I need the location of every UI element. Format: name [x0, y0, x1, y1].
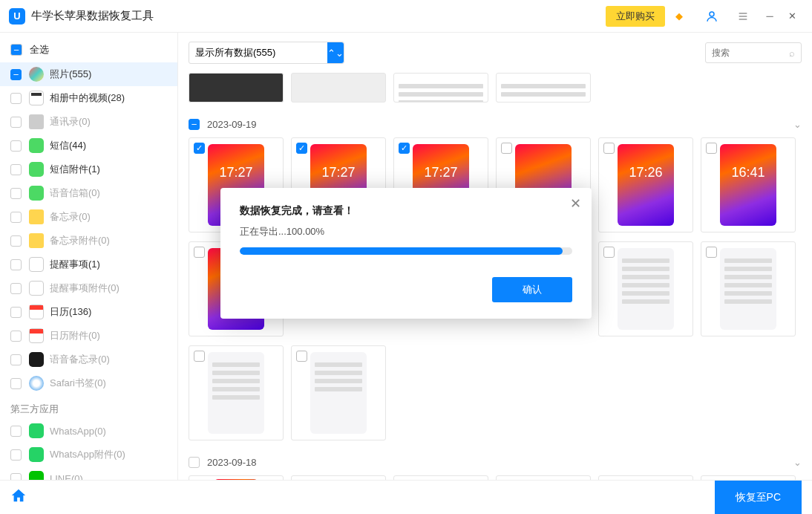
date-checkbox[interactable]: −	[189, 119, 200, 130]
sidebar-item[interactable]: 日历附件(0)	[0, 324, 177, 348]
item-label: WhatsApp(0)	[50, 426, 106, 437]
item-checkbox[interactable]	[10, 426, 22, 437]
chevron-down-icon[interactable]: ⌄	[793, 457, 802, 468]
home-button[interactable]	[10, 487, 27, 507]
sidebar-item[interactable]: 通讯录(0)	[0, 110, 177, 134]
sidebar-item[interactable]: −照片(555)	[0, 62, 177, 86]
minimize-button[interactable]: ─	[759, 5, 781, 27]
item-label: 日历附件(0)	[50, 329, 100, 342]
thumb-checkbox[interactable]: ✓	[399, 143, 410, 154]
thumbnail[interactable]	[291, 345, 386, 440]
date-group-header[interactable]: 2023-09-18 ⌄	[189, 449, 802, 475]
search-box[interactable]: ⌕	[705, 42, 802, 63]
item-checkbox[interactable]	[10, 473, 22, 481]
item-checkbox[interactable]	[10, 354, 22, 365]
category-icon	[29, 447, 44, 462]
item-checkbox[interactable]: −	[10, 69, 22, 80]
sidebar-item[interactable]: 备忘录(0)	[0, 205, 177, 229]
item-checkbox[interactable]	[10, 378, 22, 389]
item-checkbox[interactable]	[10, 331, 22, 342]
sidebar-item[interactable]: 短信附件(1)	[0, 157, 177, 181]
item-checkbox[interactable]	[10, 259, 22, 270]
dropdown-arrow-icon: ⌃⌄	[327, 42, 344, 63]
svg-point-0	[710, 12, 714, 16]
select-all[interactable]: − 全选	[0, 37, 177, 62]
thumbnail[interactable]	[496, 475, 591, 480]
item-checkbox[interactable]	[10, 307, 22, 318]
thumbnail[interactable]	[189, 73, 284, 103]
close-button[interactable]: ✕	[781, 5, 803, 27]
thumbnail[interactable]	[701, 475, 796, 480]
modal-close-button[interactable]: ✕	[570, 195, 581, 212]
category-icon	[29, 281, 44, 296]
sidebar-item[interactable]: 语音信箱(0)	[0, 181, 177, 205]
thumbnail[interactable]	[291, 73, 386, 103]
thumbnail[interactable]	[496, 73, 591, 103]
thumb-checkbox[interactable]	[296, 351, 307, 362]
sidebar-item[interactable]: 日历(136)	[0, 300, 177, 324]
item-checkbox[interactable]	[10, 140, 22, 152]
menu-icon[interactable]	[733, 7, 753, 26]
footer: 恢复至PC	[0, 480, 812, 514]
diamond-icon[interactable]: ◆	[669, 7, 689, 26]
category-icon	[29, 471, 44, 480]
thumb-checkbox[interactable]: ✓	[194, 143, 205, 154]
item-checkbox[interactable]	[10, 188, 22, 199]
sidebar-item[interactable]: 提醒事项(1)	[0, 253, 177, 276]
category-icon	[29, 162, 44, 177]
thumbnail[interactable]	[393, 73, 488, 103]
search-icon: ⌕	[789, 48, 795, 59]
sidebar-item[interactable]: 语音备忘录(0)	[0, 348, 177, 371]
chevron-down-icon[interactable]: ⌄	[793, 119, 802, 130]
thumbnail[interactable]: 16:41	[701, 137, 796, 232]
item-checkbox[interactable]	[10, 212, 22, 223]
thumbnail[interactable]	[291, 475, 386, 480]
category-icon	[29, 67, 44, 82]
sidebar-item[interactable]: 相册中的视频(28)	[0, 86, 177, 110]
thumbnail[interactable]	[189, 345, 284, 440]
thumbnail[interactable]	[393, 475, 488, 480]
item-checkbox[interactable]	[10, 164, 22, 175]
thumbnail[interactable]	[598, 475, 693, 480]
completion-modal: ✕ 数据恢复完成，请查看！ 正在导出...100.00% 确认	[220, 188, 592, 319]
thumbnail[interactable]: 17:26	[598, 137, 693, 232]
item-checkbox[interactable]	[10, 235, 22, 247]
sidebar-item[interactable]: WhatsApp(0)	[0, 419, 177, 443]
thumbnail[interactable]	[701, 241, 796, 336]
thumb-checkbox[interactable]	[603, 143, 615, 154]
select-all-checkbox[interactable]: −	[10, 44, 22, 56]
thumb-checkbox[interactable]	[194, 247, 205, 258]
sidebar-item[interactable]: 短信(44)	[0, 134, 177, 157]
item-checkbox[interactable]	[10, 449, 22, 461]
item-label: 短信(44)	[50, 139, 86, 152]
thumb-checkbox[interactable]	[194, 351, 205, 362]
filter-dropdown[interactable]: 显示所有数据(555) ⌃⌄	[189, 42, 344, 64]
thumbnail[interactable]	[189, 475, 284, 480]
thumb-checkbox[interactable]	[706, 143, 717, 154]
search-input[interactable]	[712, 48, 789, 58]
thumbnail[interactable]	[598, 241, 693, 336]
item-checkbox[interactable]	[10, 117, 22, 128]
sidebar-item[interactable]: Safari书签(0)	[0, 371, 177, 395]
sidebar-item[interactable]: 备忘录附件(0)	[0, 229, 177, 253]
user-icon[interactable]	[702, 7, 721, 26]
thumb-checkbox[interactable]	[706, 247, 717, 258]
item-label: 语音信箱(0)	[50, 186, 100, 200]
date-group-header[interactable]: − 2023-09-19 ⌄	[189, 111, 802, 137]
category-icon	[29, 257, 44, 272]
item-label: 备忘录(0)	[50, 210, 91, 224]
thumb-checkbox[interactable]	[603, 247, 615, 258]
sidebar-item[interactable]: 提醒事项附件(0)	[0, 276, 177, 300]
sidebar-item[interactable]: WhatsApp附件(0)	[0, 443, 177, 466]
thumb-checkbox[interactable]	[501, 143, 512, 154]
item-checkbox[interactable]	[10, 283, 22, 294]
buy-now-button[interactable]: 立即购买	[606, 6, 665, 27]
sidebar-item[interactable]: LINE(0)	[0, 466, 177, 480]
thumb-checkbox[interactable]: ✓	[296, 143, 307, 154]
modal-ok-button[interactable]: 确认	[492, 277, 572, 302]
recover-to-pc-button[interactable]: 恢复至PC	[715, 481, 802, 515]
item-checkbox[interactable]	[10, 93, 22, 104]
date-checkbox[interactable]	[189, 457, 200, 468]
item-label: LINE(0)	[50, 473, 83, 481]
category-icon	[29, 233, 44, 248]
